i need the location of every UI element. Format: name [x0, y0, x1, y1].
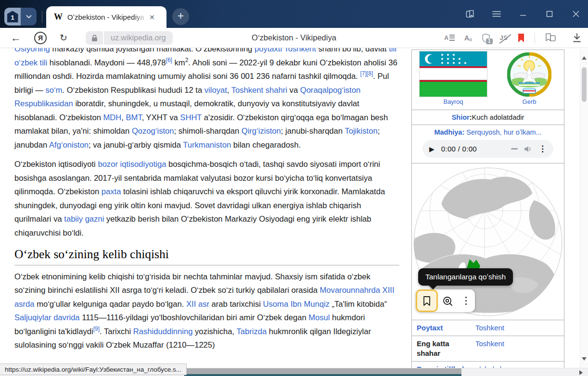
image-search-button[interactable] — [438, 289, 457, 312]
flag-caption-link[interactable]: Bayroq — [443, 98, 463, 105]
article-link[interactable]: SHHT — [180, 113, 202, 122]
anthem-title-link[interactable]: Serquyosh, hur oʻlkam... — [464, 128, 541, 136]
article-text: , — [121, 113, 126, 122]
article-link[interactable]: Toshkent shahri — [231, 86, 287, 95]
location-map-row: Tanlanganlarga qoʻshish — [412, 163, 564, 320]
scroll-down-arrow-icon[interactable] — [582, 357, 587, 363]
horizontal-scrollbar-thumb[interactable] — [184, 368, 461, 376]
article-text: hisoblanadi. Maydoni — 448,978 — [47, 58, 166, 67]
translate-icon[interactable]: Aя — [464, 34, 472, 42]
side-panel-bookmark-icon[interactable] — [466, 10, 474, 18]
bookmark-icon — [422, 296, 431, 306]
article-text: 1115—1116-yildagi yoʻlboshlovchilaridan … — [80, 313, 309, 322]
article-link[interactable]: paxta — [102, 187, 121, 196]
article-text: . Oʻzbekiston Respublikasi hududi 12 ta — [63, 86, 205, 95]
anthem-label-link[interactable]: Madhiya — [434, 128, 462, 136]
download-icon[interactable] — [573, 33, 581, 42]
article-link[interactable]: Tabrizda — [236, 327, 267, 336]
shield-badge-count: 1 — [486, 38, 493, 45]
reader-mode-icon[interactable]: A — [444, 34, 455, 41]
motto-label-link[interactable]: Shior — [452, 113, 470, 121]
protect-shield-icon[interactable]: 1 — [482, 33, 490, 43]
play-icon[interactable]: ▶ — [429, 145, 435, 153]
menu-icon[interactable] — [492, 10, 501, 18]
uzbekistan-emblem-image[interactable] — [507, 52, 551, 97]
scroll-up-arrow-icon[interactable] — [582, 54, 587, 60]
add-to-favorites-tooltip: Tanlanganlarga qoʻshish — [418, 268, 513, 286]
tab-close-icon[interactable]: ✕ — [149, 13, 155, 21]
bookmark-flag-icon[interactable] — [517, 33, 525, 43]
article-link[interactable]: Tojikiston — [345, 126, 377, 136]
article-link[interactable]: Mosul — [308, 313, 330, 322]
article-link[interactable]: Osiyoning — [14, 48, 50, 53]
article-link[interactable]: viloyat — [205, 86, 227, 95]
article-text: km — [172, 58, 185, 67]
article-link[interactable]: Turkmaniston — [183, 140, 231, 150]
article-link[interactable]: Saljuqiylar davrida — [14, 313, 80, 322]
url-text[interactable]: uz.wikipedia.org — [104, 31, 173, 45]
emblem-caption-link[interactable]: Gerb — [523, 98, 537, 105]
article-link[interactable]: poytaxti Toshkent — [255, 48, 316, 53]
infobox-row-capital: Poytaxt Toshkent — [412, 320, 564, 336]
tab-count: 1 — [7, 11, 18, 23]
add-bookmark-button[interactable] — [416, 289, 438, 312]
image-hover-actions — [416, 289, 475, 312]
article-link[interactable]: Usoma Ibn Munqiz — [263, 300, 330, 309]
article-link[interactable]: soʻm — [46, 86, 63, 95]
article-text: Oʻzbek etnonimining kelib chiqishi toʻgʻ… — [14, 272, 371, 295]
browser-window: { "titlebar": { "tab_counter": "1", "fav… — [0, 0, 588, 376]
article-link[interactable]: XII asr — [186, 300, 209, 309]
collections-icon[interactable] — [545, 33, 556, 43]
javascript-disabled-icon[interactable]: JS — [500, 35, 508, 41]
player-kebab-icon[interactable]: ⋮ — [538, 144, 547, 154]
volume-slider[interactable] — [511, 148, 518, 150]
article-link[interactable]: bozor iqtisodiyotiga — [98, 160, 166, 169]
yandex-logo-icon[interactable]: Я — [34, 32, 47, 44]
article-link[interactable]: BMT — [126, 113, 142, 122]
article-link[interactable]: Qozogʻiston — [132, 126, 174, 136]
article-text: „Ta'lim kitobida“ — [330, 300, 387, 309]
back-button[interactable]: ← — [11, 32, 21, 44]
article-link[interactable]: tabiiy gazni — [64, 214, 104, 224]
article-link[interactable]: Qirgʻiziston — [242, 126, 281, 136]
row-label-link[interactable]: Poytaxt — [412, 323, 473, 333]
article-link[interactable]: [9] — [93, 327, 100, 336]
image-search-icon — [442, 296, 453, 306]
article-text: , YXHT va — [142, 113, 180, 122]
reload-button[interactable]: ↻ — [60, 32, 67, 43]
article-text: markaziy qismida joylashgan mamlakat. Oʻ… — [50, 48, 255, 53]
article-link[interactable]: [7][8] — [360, 72, 373, 81]
status-url: https://uz.wikipedia.org/wiki/Fayl:Узбек… — [5, 366, 181, 373]
address-bar[interactable]: uz.wikipedia.org — [86, 31, 173, 45]
article-text: ; shimoli-sharqdan — [174, 126, 242, 136]
browser-tab[interactable]: W Oʻzbekiston - Vikipediya ✕ — [46, 6, 166, 28]
scroll-right-arrow-icon[interactable] — [579, 370, 585, 375]
vertical-scrollbar[interactable] — [580, 49, 588, 368]
tab-counter-shield: 1 — [4, 8, 21, 25]
article-link[interactable]: Rashiduddinning — [133, 327, 193, 336]
row-value-link[interactable]: Toshkent — [473, 339, 564, 358]
article-text: bilan chegaradosh. — [231, 140, 301, 150]
row-value-link[interactable]: Toshkent — [473, 323, 564, 333]
minimize-icon[interactable] — [519, 10, 527, 18]
article-text: shahri boʻlib, davlat — [316, 48, 389, 53]
article-link[interactable]: Afgʻoniston — [49, 140, 89, 150]
maximize-icon[interactable] — [545, 10, 554, 18]
wikipedia-favicon: W — [54, 12, 63, 22]
more-actions-button[interactable] — [457, 289, 475, 312]
article-text: . Tarixchi — [100, 327, 133, 336]
article-link[interactable]: [6] — [166, 58, 172, 67]
vertical-scrollbar-thumb[interactable] — [582, 67, 587, 102]
new-tab-button[interactable]: + — [172, 8, 189, 25]
article-text: ; janubi-sharqdan — [281, 126, 345, 136]
speaker-icon[interactable] — [524, 146, 532, 152]
tab-counter-button[interactable]: 1 — [4, 8, 37, 25]
close-window-icon[interactable] — [572, 10, 580, 18]
article-link[interactable]: MDH — [103, 113, 121, 122]
article-text: , — [227, 86, 231, 95]
uzbekistan-flag-image[interactable] — [420, 51, 487, 97]
tab-counter-dropdown[interactable] — [21, 8, 37, 25]
lock-icon[interactable] — [86, 31, 103, 45]
audio-player[interactable]: ▶ 0:00 / 0:00 ⋮ — [422, 140, 553, 158]
article-paragraph: Oʻzbekiston iqtisodiyoti bozor iqtisodiy… — [14, 158, 399, 240]
